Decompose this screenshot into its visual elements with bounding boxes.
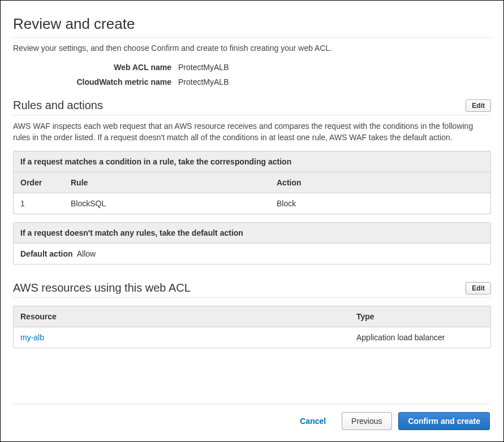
- rules-section-head: Rules and actions Edit: [13, 99, 491, 115]
- resources-heading: AWS resources using this web ACL: [13, 281, 466, 294]
- rules-match-panel: If a request matches a condition in a ru…: [13, 151, 491, 214]
- default-action-panel: If a request doesn't match any rules, ta…: [13, 222, 491, 265]
- page-title: Review and create: [13, 15, 491, 33]
- cancel-button[interactable]: Cancel: [291, 413, 335, 430]
- title-divider: [13, 37, 491, 38]
- default-action-row: Default action Allow: [14, 244, 490, 264]
- rules-col-rule: Rule: [64, 172, 270, 193]
- page-intro: Review your settings, and then choose Co…: [13, 44, 491, 53]
- rules-heading: Rules and actions: [13, 99, 466, 112]
- edit-rules-button[interactable]: Edit: [466, 99, 491, 112]
- rule-order: 1: [14, 193, 64, 214]
- rules-col-order: Order: [14, 172, 64, 193]
- confirm-create-button[interactable]: Confirm and create: [398, 412, 490, 430]
- review-create-page: Review and create Review your settings, …: [0, 0, 504, 442]
- resources-table: Resource Type my-alb Application load ba…: [14, 306, 490, 348]
- default-action-value: Allow: [77, 249, 96, 258]
- rules-description: AWS WAF inspects each web request that a…: [13, 121, 491, 143]
- web-acl-name-value: ProtectMyALB: [178, 63, 229, 72]
- rules-table: Order Rule Action 1 BlockSQL Block: [14, 172, 490, 214]
- rule-name: BlockSQL: [64, 193, 270, 214]
- kv-cw-metric: CloudWatch metric name ProtectMyALB: [13, 77, 491, 86]
- rules-match-panel-title: If a request matches a condition in a ru…: [14, 151, 490, 172]
- cw-metric-value: ProtectMyALB: [178, 77, 229, 86]
- table-row: my-alb Application load balancer: [14, 327, 490, 348]
- cw-metric-label: CloudWatch metric name: [13, 77, 178, 86]
- kv-web-acl-name: Web ACL name ProtectMyALB: [13, 63, 491, 72]
- resources-section-head: AWS resources using this web ACL Edit: [13, 281, 491, 298]
- resource-type: Application load balancer: [350, 327, 490, 348]
- rule-action: Block: [270, 193, 490, 214]
- default-action-panel-title: If a request doesn't match any rules, ta…: [14, 223, 490, 244]
- resources-col-type: Type: [350, 306, 490, 327]
- resource-link[interactable]: my-alb: [20, 333, 44, 342]
- resources-panel: Resource Type my-alb Application load ba…: [13, 306, 491, 348]
- previous-button[interactable]: Previous: [342, 412, 391, 430]
- table-row: 1 BlockSQL Block: [14, 193, 490, 214]
- web-acl-name-label: Web ACL name: [13, 63, 178, 72]
- footer-bar: Cancel Previous Confirm and create: [13, 404, 490, 430]
- edit-resources-button[interactable]: Edit: [466, 282, 491, 294]
- resources-col-resource: Resource: [14, 306, 350, 327]
- rules-col-action: Action: [270, 172, 490, 193]
- default-action-label: Default action: [20, 249, 73, 258]
